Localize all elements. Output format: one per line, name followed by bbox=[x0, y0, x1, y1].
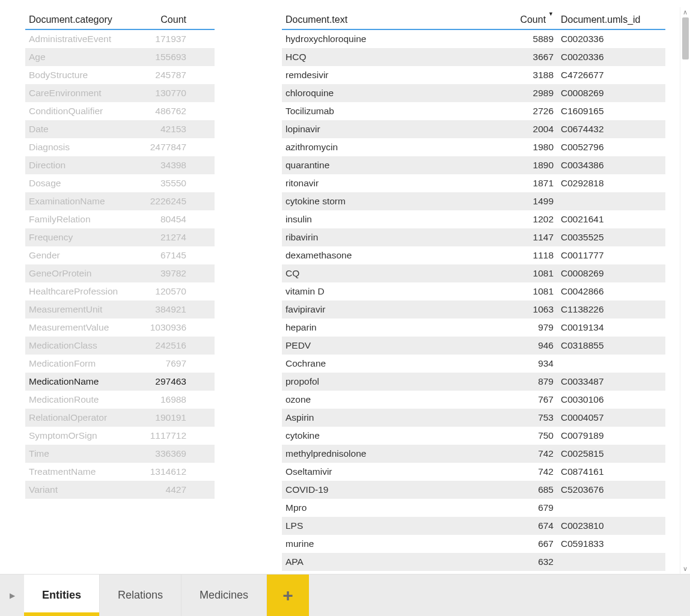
count-cell: 3188 bbox=[491, 70, 557, 81]
table-row[interactable]: Tocilizumab2726C1609165 bbox=[282, 102, 665, 120]
table-row[interactable]: Direction34398 bbox=[25, 156, 215, 174]
col-header-count[interactable]: Count bbox=[136, 14, 190, 29]
main-scrollbar[interactable]: ∧ ∨ bbox=[680, 7, 690, 574]
table-row[interactable]: propofol879C0033487 bbox=[282, 373, 665, 391]
table-row[interactable]: ConditionQualifier486762 bbox=[25, 102, 215, 120]
count-cell: 742 bbox=[491, 466, 557, 477]
table-row[interactable]: Diagnosis2477847 bbox=[25, 138, 215, 156]
umls-cell: C0052796 bbox=[557, 142, 658, 153]
count-cell: 767 bbox=[491, 394, 557, 405]
col-header-text[interactable]: Document.text bbox=[282, 14, 491, 29]
table-row[interactable]: GeneOrProtein39782 bbox=[25, 264, 215, 282]
table-row[interactable]: Dosage35550 bbox=[25, 174, 215, 192]
table-row[interactable]: LPS674C0023810 bbox=[282, 517, 665, 535]
umls-cell: C1609165 bbox=[557, 106, 658, 117]
text-cell: ozone bbox=[282, 394, 491, 405]
table-row[interactable]: methylprednisolone742C0025815 bbox=[282, 445, 665, 463]
table-row[interactable]: cytokine750C0079189 bbox=[282, 427, 665, 445]
table-row[interactable]: ritonavir1871C0292818 bbox=[282, 174, 665, 192]
table-row[interactable]: cytokine storm1499 bbox=[282, 192, 665, 210]
count-cell: 16988 bbox=[136, 394, 190, 405]
table-row[interactable]: MedicationName297463 bbox=[25, 373, 215, 391]
table-row[interactable]: ozone767C0030106 bbox=[282, 391, 665, 409]
table-row[interactable]: BodyStructure245787 bbox=[25, 66, 215, 84]
table-row[interactable]: FamilyRelation80454 bbox=[25, 210, 215, 228]
table-row[interactable]: HealthcareProfession120570 bbox=[25, 282, 215, 300]
count-cell: 1890 bbox=[491, 160, 557, 171]
table-row[interactable]: Mpro679 bbox=[282, 499, 665, 517]
table-row[interactable]: MedicationForm7697 bbox=[25, 355, 215, 373]
count-cell: 5889 bbox=[491, 34, 557, 44]
table-row[interactable]: SymptomOrSign1117712 bbox=[25, 427, 215, 445]
table-row[interactable]: favipiravir1063C1138226 bbox=[282, 300, 665, 319]
table-row[interactable]: lopinavir2004C0674432 bbox=[282, 120, 665, 138]
table-row[interactable]: Aspirin753C0004057 bbox=[282, 409, 665, 427]
scroll-track[interactable] bbox=[680, 17, 690, 564]
table-row[interactable]: CareEnvironment130770 bbox=[25, 84, 215, 102]
scroll-thumb[interactable] bbox=[682, 17, 689, 59]
table-row[interactable]: ribavirin1147C0035525 bbox=[282, 228, 665, 246]
scroll-up-icon[interactable]: ∧ bbox=[680, 7, 690, 17]
table-row[interactable]: APA632 bbox=[282, 553, 665, 571]
table-row[interactable]: quarantine1890C0034386 bbox=[282, 156, 665, 174]
tab-medicines[interactable]: Medicines bbox=[182, 575, 267, 616]
table-row[interactable]: chloroquine2989C0008269 bbox=[282, 84, 665, 102]
col-header-category[interactable]: Document.category bbox=[25, 14, 136, 29]
col-header-count-sorted[interactable]: Count ▼ bbox=[491, 14, 557, 29]
scroll-down-icon[interactable]: ∨ bbox=[680, 564, 690, 574]
table-row[interactable]: MedicationClass242516 bbox=[25, 337, 215, 355]
table-row[interactable]: MeasurementUnit384921 bbox=[25, 300, 215, 319]
count-cell: 742 bbox=[491, 448, 557, 459]
table-row[interactable]: ExaminationName2226245 bbox=[25, 192, 215, 210]
table-row[interactable]: Date42153 bbox=[25, 120, 215, 138]
umls-cell: C0008269 bbox=[557, 88, 658, 99]
count-cell: 946 bbox=[491, 340, 557, 351]
sheet-tabs: ▶ EntitiesRelationsMedicines + bbox=[0, 574, 690, 616]
table-row[interactable]: RelationalOperator190191 bbox=[25, 409, 215, 427]
text-cell: cytokine storm bbox=[282, 196, 491, 207]
tab-relations[interactable]: Relations bbox=[100, 575, 182, 616]
table-row[interactable]: hydroxychloroquine5889C0020336 bbox=[282, 30, 665, 48]
table-row[interactable]: HCQ3667C0020336 bbox=[282, 48, 665, 66]
category-cell: FamilyRelation bbox=[25, 214, 136, 225]
table-row[interactable]: Age155693 bbox=[25, 48, 215, 66]
table-row[interactable]: AdministrativeEvent171937 bbox=[25, 30, 215, 48]
umls-cell: C0033487 bbox=[557, 376, 658, 387]
umls-cell: C0591833 bbox=[557, 538, 658, 549]
category-cell: MedicationClass bbox=[25, 340, 136, 351]
text-cell: methylprednisolone bbox=[282, 448, 491, 459]
table-row[interactable]: dexamethasone1118C0011777 bbox=[282, 246, 665, 264]
table-row[interactable]: Variant4427 bbox=[25, 481, 215, 499]
table-row[interactable]: CQ1081C0008269 bbox=[282, 264, 665, 282]
col-header-count-label: Count bbox=[520, 14, 546, 25]
umls-cell: C0030106 bbox=[557, 394, 658, 405]
count-cell: 1030936 bbox=[136, 322, 190, 333]
table-row[interactable]: Frequency21274 bbox=[25, 228, 215, 246]
table-row[interactable]: insulin1202C0021641 bbox=[282, 210, 665, 228]
table-row[interactable]: heparin979C0019134 bbox=[282, 319, 665, 337]
count-cell: 1081 bbox=[491, 286, 557, 297]
table-row[interactable]: azithromycin1980C0052796 bbox=[282, 138, 665, 156]
col-header-umls[interactable]: Document.umls_id bbox=[557, 14, 658, 29]
table-row[interactable]: MedicationRoute16988 bbox=[25, 391, 215, 409]
count-cell: 190191 bbox=[136, 412, 190, 423]
umls-cell: C0021641 bbox=[557, 214, 658, 225]
table-row[interactable]: PEDV946C0318855 bbox=[282, 337, 665, 355]
text-table: Document.text Count ▼ Document.umls_id h… bbox=[282, 7, 665, 574]
text-cell: COVID-19 bbox=[282, 484, 491, 495]
umls-cell: C0008269 bbox=[557, 268, 658, 279]
table-row[interactable]: TreatmentName1314612 bbox=[25, 463, 215, 481]
table-row[interactable]: Gender67145 bbox=[25, 246, 215, 264]
table-row[interactable]: Cochrane934 bbox=[282, 355, 665, 373]
add-sheet-button[interactable]: + bbox=[267, 575, 309, 616]
tab-expand-button[interactable]: ▶ bbox=[0, 575, 24, 616]
table-row[interactable]: MeasurementValue1030936 bbox=[25, 319, 215, 337]
table-row[interactable]: COVID-19685C5203676 bbox=[282, 481, 665, 499]
table-row[interactable]: Time336369 bbox=[25, 445, 215, 463]
table-row[interactable]: Oseltamivir742C0874161 bbox=[282, 463, 665, 481]
tab-entities[interactable]: Entities bbox=[24, 575, 100, 616]
table-row[interactable]: vitamin D1081C0042866 bbox=[282, 282, 665, 300]
table-row[interactable]: murine667C0591833 bbox=[282, 535, 665, 553]
text-table-body: hydroxychloroquine5889C0020336HCQ3667C00… bbox=[282, 30, 665, 571]
table-row[interactable]: remdesivir3188C4726677 bbox=[282, 66, 665, 84]
